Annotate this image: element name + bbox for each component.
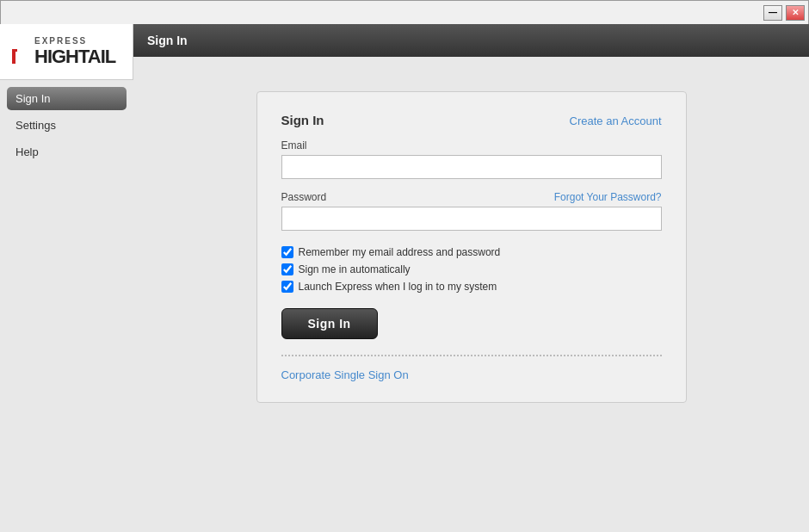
main-area: Sign In Sign In Create an Account Email … [133, 24, 809, 532]
forgot-password-link[interactable]: Forgot Your Password? [554, 191, 662, 203]
remember-checkbox-label[interactable]: Remember my email address and password [281, 246, 662, 258]
checkbox-group: Remember my email address and password S… [281, 246, 662, 293]
sso-link[interactable]: Corporate Single Sign On [281, 368, 409, 381]
sidebar-item-settings[interactable]: Settings [7, 114, 127, 137]
sign-in-card: Sign In Create an Account Email Password… [256, 91, 687, 403]
form-title: Sign In [281, 113, 324, 127]
email-input[interactable] [281, 155, 662, 179]
sidebar-item-sign-in[interactable]: Sign In [7, 87, 127, 110]
launch-express-checkbox-label[interactable]: Launch Express when I log in to my syste… [281, 281, 662, 293]
launch-express-checkbox[interactable] [281, 281, 293, 293]
create-account-link[interactable]: Create an Account [570, 114, 662, 127]
main-content: Sign In Create an Account Email Password… [133, 57, 809, 532]
divider [281, 355, 662, 356]
window-controls: — ✕ [763, 5, 805, 21]
password-input[interactable] [281, 207, 662, 231]
sidebar: Sign In Settings Help [0, 80, 133, 532]
svg-rect-1 [12, 52, 15, 64]
password-row: Password Forgot Your Password? [281, 191, 662, 203]
close-button[interactable]: ✕ [786, 5, 805, 21]
remember-checkbox[interactable] [281, 246, 293, 258]
svg-rect-2 [12, 49, 17, 52]
logo-hightail: HIGHTAIL [10, 46, 115, 68]
app-window: — ✕ EXPRESS HIGHTAIL Sign In Settings He… [0, 0, 809, 532]
minimize-button[interactable]: — [763, 5, 782, 21]
main-header: Sign In [133, 24, 809, 57]
logo-area: EXPRESS HIGHTAIL [0, 24, 133, 80]
main-header-title: Sign In [147, 34, 188, 47]
sidebar-item-help[interactable]: Help [7, 140, 127, 164]
form-top-row: Sign In Create an Account [281, 113, 662, 127]
password-label: Password [281, 191, 327, 203]
logo-hightail-text: HIGHTAIL [34, 46, 115, 68]
sign-in-button[interactable]: Sign In [281, 308, 378, 339]
title-bar: — ✕ [1, 1, 808, 25]
auto-signin-checkbox-label[interactable]: Sign me in automatically [281, 263, 662, 275]
email-label: Email [281, 139, 662, 152]
logo-express-text: EXPRESS [34, 36, 87, 46]
hightail-logo-icon [10, 47, 31, 66]
auto-signin-checkbox[interactable] [281, 263, 293, 275]
